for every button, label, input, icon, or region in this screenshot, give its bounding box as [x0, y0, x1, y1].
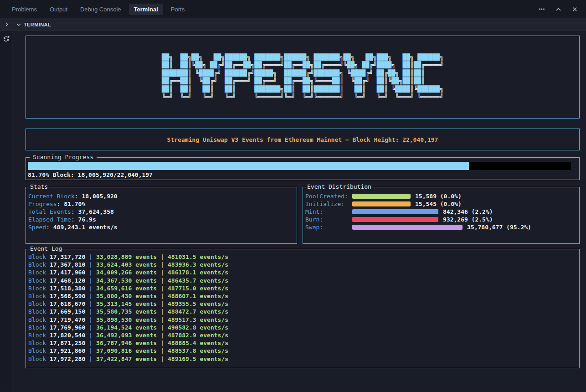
- stat-row: Progress: 81.70%: [28, 200, 297, 208]
- vscode-panel-window: Problems Output Debug Console Terminal P…: [0, 0, 586, 392]
- distribution-bar: [352, 225, 463, 230]
- distribution-row: PoolCreated: 15,589 (0.0%): [305, 192, 579, 200]
- stat-row: Speed: 489,243.1 events/s: [28, 223, 297, 231]
- distribution-row: Swap: 35,780,677 (95.2%): [305, 223, 579, 231]
- panel-body: ██╗ ██╗██╗ ██╗██████╗ ███████╗██████╗ ██…: [0, 31, 586, 392]
- tab-debug-console[interactable]: Debug Console: [75, 4, 126, 15]
- expand-chevron-icon[interactable]: [0, 21, 13, 27]
- stat-row: Elapsed Time: 76.9s: [28, 216, 297, 223]
- stats-box: Stats Current Block: 18,005,920 Progress…: [26, 187, 297, 244]
- scanning-progress-title: Scanning Progress: [30, 154, 97, 160]
- left-icon-strip: [0, 31, 13, 392]
- event-log-row: Block 17,820,540|36,492,093 events|48788…: [28, 331, 579, 339]
- tab-ports[interactable]: Ports: [166, 4, 190, 15]
- event-log-row: Block 17,417,960|34,009,266 events|48617…: [28, 268, 579, 276]
- stats-title: Stats: [29, 183, 49, 190]
- close-panel-icon[interactable]: [570, 4, 580, 14]
- distribution-bar: [352, 194, 411, 199]
- maximize-panel-icon[interactable]: [553, 4, 563, 14]
- event-log-row: Block 17,972,280|37,422,847 events|48916…: [28, 355, 579, 363]
- distribution-row: Initialize: 15,545 (0.0%): [305, 200, 579, 208]
- event-distribution-title: Event Distribution: [306, 183, 373, 190]
- panel-tabs: Problems Output Debug Console Terminal P…: [7, 4, 190, 15]
- event-distribution-box: Event Distribution PoolCreated: 15,589 (…: [303, 187, 580, 244]
- event-log-box: Event Log Block 17,317,720|33,028,889 ev…: [26, 249, 580, 368]
- tab-terminal[interactable]: Terminal: [129, 4, 163, 15]
- event-log-row: Block 17,568,590|35,000,430 events|48860…: [28, 292, 579, 300]
- distribution-row: Burn: 932,269 (2.5%): [305, 216, 579, 223]
- tab-output[interactable]: Output: [45, 4, 72, 15]
- distribution-row: Mint: 842,346 (2.2%): [305, 208, 579, 216]
- event-log-row: Block 17,468,120|34,367,530 events|48643…: [28, 277, 579, 284]
- progress-label: 81.70% Block: 18,005,920/22,040,197: [28, 171, 571, 179]
- scanning-progress-box: Scanning Progress 81.70% Block: 18,005,9…: [26, 157, 580, 180]
- stat-row: Total Events: 37,624,358: [28, 208, 297, 216]
- more-actions-icon[interactable]: [537, 4, 547, 14]
- panel-actions: [537, 4, 580, 14]
- stat-row: Current Block: 18,005,920: [28, 192, 297, 200]
- event-log-row: Block 17,367,810|33,624,403 events|48393…: [28, 261, 579, 268]
- tab-problems[interactable]: Problems: [7, 4, 42, 15]
- stream-subtitle-text: Streaming Uniswap V3 Events from Ethereu…: [167, 136, 438, 143]
- event-log-row: Block 17,871,250|36,787,946 events|48888…: [28, 339, 579, 347]
- distribution-bar: [352, 201, 411, 206]
- event-log-row: Block 17,921,860|37,090,816 events|48853…: [28, 347, 579, 355]
- stream-subtitle-box: Streaming Uniswap V3 Events from Ethereu…: [26, 129, 580, 150]
- hypersync-banner-box: ██╗ ██╗██╗ ██╗██████╗ ███████╗██████╗ ██…: [26, 36, 580, 119]
- event-log-row: Block 17,769,960|36,194,524 events|49058…: [28, 324, 579, 331]
- terminal-section-chevron-icon[interactable]: [15, 21, 22, 28]
- event-log-title: Event Log: [29, 245, 63, 252]
- panel-tab-bar: Problems Output Debug Console Terminal P…: [0, 0, 586, 18]
- terminal-panel-header: TERMINAL: [0, 18, 586, 31]
- panel-header-title: TERMINAL: [24, 22, 51, 27]
- event-log-row: Block 17,518,380|34,659,616 events|48771…: [28, 284, 579, 292]
- event-log-row: Block 17,719,470|35,898,530 events|48951…: [28, 316, 579, 324]
- distribution-bar: [352, 217, 438, 222]
- event-log-row: Block 17,618,670|35,313,145 events|48935…: [28, 300, 579, 308]
- terminal-content[interactable]: ██╗ ██╗██╗ ██╗██████╗ ███████╗██████╗ ██…: [13, 31, 586, 392]
- progress-bar-track: [28, 162, 571, 170]
- event-log-row: Block 17,317,720|33,028,889 events|48103…: [28, 253, 579, 261]
- distribution-bar: [352, 209, 438, 214]
- sync-icon[interactable]: [2, 35, 10, 45]
- event-log-row: Block 17,669,150|35,580,735 events|48847…: [28, 308, 579, 315]
- progress-bar-fill: [28, 162, 469, 170]
- ascii-art-hypersync: ██╗ ██╗██╗ ██╗██████╗ ███████╗██████╗ ██…: [162, 53, 443, 101]
